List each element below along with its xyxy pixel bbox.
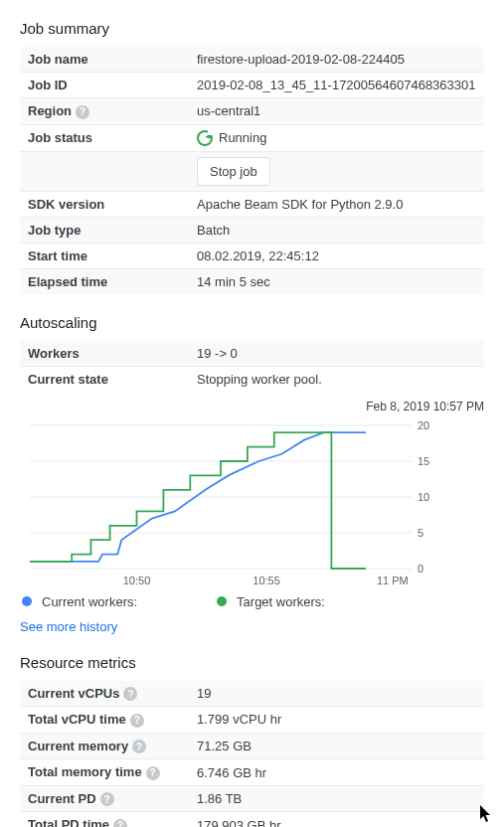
autoscaling-chart: 0510152010:5010:5511 PM [20, 419, 447, 588]
resource-metrics-title: Resource metrics [20, 654, 484, 671]
summary-row-label: SDK version [20, 191, 189, 217]
resource-row-label: Current vCPUs? [20, 681, 189, 707]
summary-row-value: Apache Beam SDK for Python 2.9.0 [189, 191, 484, 217]
summary-row-value: 14 min 5 sec [189, 268, 484, 294]
resource-row-value: 71.25 GB [189, 733, 484, 759]
legend-dot-current [22, 596, 32, 606]
y-tick-label: 10 [418, 491, 429, 503]
autoscaling-row-label: Current state [20, 366, 189, 392]
resource-row-label: Current PD? [20, 785, 189, 812]
summary-row-value: Batch [189, 217, 484, 243]
job-summary-title: Job summary [20, 20, 484, 37]
series-target-workers [30, 432, 366, 569]
y-tick-label: 5 [418, 527, 423, 539]
summary-row-label: Job status [20, 124, 189, 151]
summary-row-label: Job name [20, 47, 189, 73]
resource-row-label: Total PD time? [20, 812, 189, 827]
status-text: Running [219, 130, 266, 145]
autoscaling-table: Workers19 -> 0Current stateStopping work… [20, 341, 484, 392]
y-tick-label: 20 [418, 419, 429, 431]
summary-row-label: Job type [20, 217, 189, 243]
summary-row-label: Region? [20, 98, 189, 125]
summary-row-value: us-central1 [189, 98, 484, 125]
legend-target-workers: Target workers: [217, 594, 325, 609]
see-more-history-link[interactable]: See more history [20, 619, 117, 634]
resource-row-label: Total vCPU time? [20, 707, 189, 734]
autoscaling-row-value: Stopping worker pool. [189, 366, 484, 392]
resource-row-label: Current memory? [20, 733, 189, 759]
resource-metrics-table: Current vCPUs?19Total vCPU time?1.799 vC… [20, 681, 484, 827]
legend-label-target: Target workers: [237, 594, 325, 609]
help-icon[interactable]: ? [123, 687, 137, 701]
summary-row-value: firestore-upload-2019-02-08-224405 [189, 47, 484, 73]
chart-timestamp: Feb 8, 2019 10:57 PM [0, 400, 484, 414]
summary-row-value: 2019-02-08_13_45_11-17200564607468363301 [189, 73, 484, 98]
stop-job-button[interactable]: Stop job [197, 157, 270, 186]
legend-dot-target [217, 596, 227, 606]
help-icon[interactable]: ? [146, 766, 160, 780]
help-icon[interactable]: ? [100, 792, 114, 806]
legend-current-workers: Current workers: [22, 594, 137, 609]
summary-row-value: Running [189, 124, 484, 151]
resource-row-value: 19 [189, 681, 484, 707]
resource-row-value: 179.903 GB hr [189, 812, 484, 827]
resource-row-value: 1.86 TB [189, 785, 484, 812]
x-tick-label: 10:50 [123, 575, 151, 586]
help-icon[interactable]: ? [130, 714, 144, 728]
help-icon[interactable]: ? [132, 740, 146, 753]
help-icon[interactable]: ? [113, 819, 127, 827]
autoscaling-row-value: 19 -> 0 [189, 341, 484, 367]
chart-legend: Current workers: Target workers: [20, 588, 484, 613]
legend-label-current: Current workers: [42, 594, 137, 609]
resource-row-value: 1.799 vCPU hr [189, 707, 484, 734]
job-summary-table: Job namefirestore-upload-2019-02-08-2244… [20, 47, 484, 294]
running-icon [197, 130, 213, 146]
y-tick-label: 15 [418, 455, 429, 467]
resource-row-value: 6.746 GB hr [189, 759, 484, 786]
x-tick-label: 10:55 [252, 575, 280, 586]
x-tick-label: 11 PM [377, 575, 409, 586]
help-icon[interactable]: ? [76, 105, 89, 119]
summary-row-value: 08.02.2019, 22:45:12 [189, 243, 484, 268]
summary-row-label: Job ID [20, 73, 189, 98]
autoscaling-row-label: Workers [20, 341, 189, 367]
y-tick-label: 0 [418, 563, 423, 575]
summary-row-label: Elapsed time [20, 268, 189, 294]
autoscaling-title: Autoscaling [20, 314, 484, 331]
resource-row-label: Total memory time? [20, 759, 189, 786]
summary-row-label: Start time [20, 243, 189, 268]
